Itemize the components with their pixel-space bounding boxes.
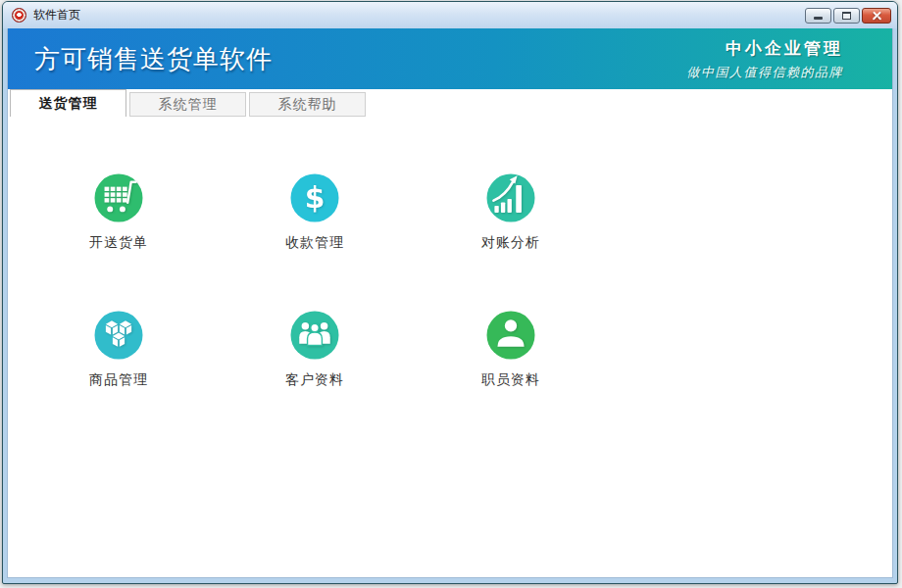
close-icon [872, 10, 882, 21]
brand-text: 中小企业管理 [687, 37, 844, 60]
tile-product-management[interactable]: 商品管理 [21, 308, 217, 389]
chart-icon [483, 171, 538, 225]
tile-label: 商品管理 [89, 371, 148, 389]
cubes-icon [91, 308, 146, 363]
maximize-icon [842, 12, 851, 20]
minimize-button[interactable] [805, 8, 831, 24]
tile-employee-data[interactable]: 职员资料 [413, 308, 609, 389]
tile-label: 收款管理 [285, 234, 344, 252]
brand-block: 中小企业管理 做中国人值得信赖的品牌 [687, 37, 844, 81]
tile-label: 对账分析 [481, 234, 540, 252]
svg-text:$: $ [305, 180, 326, 215]
main-content: 开送货单 $ 收款管理 [8, 117, 892, 578]
person-icon [483, 308, 538, 363]
tile-create-delivery-order[interactable]: 开送货单 [21, 171, 217, 252]
brand-slogan: 做中国人值得信赖的品牌 [687, 64, 844, 81]
window-body: 方可销售送货单软件 中小企业管理 做中国人值得信赖的品牌 送货管理 系统管理 系… [7, 28, 893, 578]
close-button[interactable] [862, 8, 891, 24]
tile-label: 职员资料 [481, 371, 540, 389]
tab-system-management[interactable]: 系统管理 [129, 92, 246, 117]
tile-grid: 开送货单 $ 收款管理 [8, 117, 892, 389]
tile-payment-management[interactable]: $ 收款管理 [217, 171, 413, 252]
cart-icon [91, 171, 146, 225]
tile-label: 客户资料 [285, 371, 344, 389]
app-title: 方可销售送货单软件 [34, 42, 687, 76]
window-title: 软件首页 [33, 7, 805, 24]
tile-customer-data[interactable]: 客户资料 [217, 308, 413, 389]
app-logo-icon [12, 8, 26, 23]
minimize-icon [814, 17, 823, 20]
tile-reconciliation-analysis[interactable]: 对账分析 [413, 171, 609, 252]
tab-delivery-management[interactable]: 送货管理 [10, 89, 126, 117]
app-header: 方可销售送货单软件 中小企业管理 做中国人值得信赖的品牌 [8, 28, 892, 89]
window-controls [805, 8, 891, 24]
dollar-icon: $ [287, 171, 342, 225]
maximize-button[interactable] [833, 8, 860, 24]
tab-system-help[interactable]: 系统帮助 [249, 92, 366, 117]
tile-label: 开送货单 [89, 234, 148, 252]
titlebar[interactable]: 软件首页 [3, 2, 897, 28]
app-window: 软件首页 方可销售送货单软件 中小企业管理 做中国人值得信赖的品牌 送货管理 系… [2, 1, 898, 584]
tab-bar: 送货管理 系统管理 系统帮助 [8, 89, 892, 117]
people-icon [287, 308, 342, 363]
